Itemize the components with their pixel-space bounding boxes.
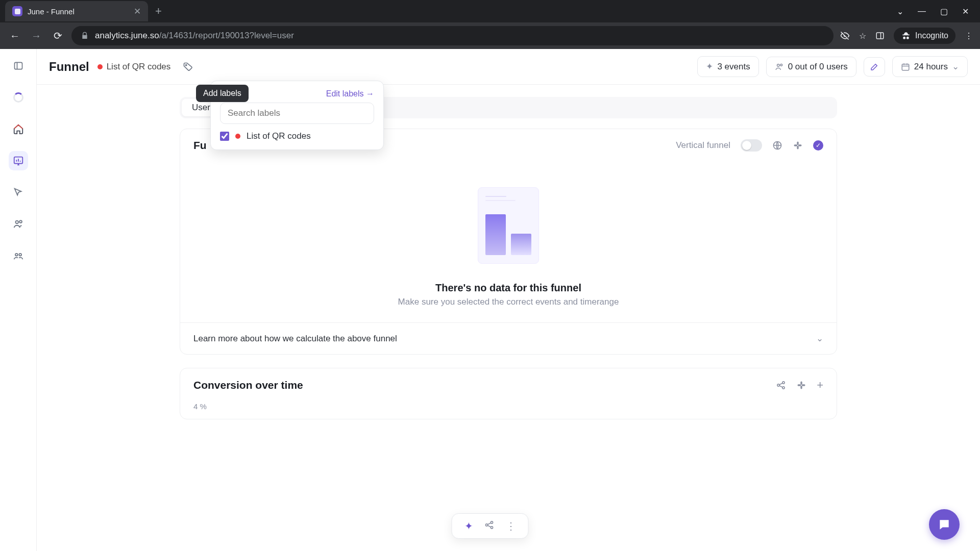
tab-close-icon[interactable]: ✕ — [134, 6, 141, 17]
svg-rect-24 — [797, 142, 798, 145]
new-tab-button[interactable]: + — [155, 5, 162, 18]
funnel-empty-state: There's no data for this funnel Make sur… — [180, 162, 837, 322]
svg-point-16 — [777, 64, 779, 66]
label-option-text: List of QR codes — [247, 131, 311, 141]
svg-point-13 — [15, 254, 18, 256]
applied-label-text: List of QR codes — [107, 62, 171, 72]
ai-sparkle-icon[interactable]: ✦ — [464, 520, 473, 532]
nav-reports-icon[interactable] — [9, 151, 28, 170]
bookmark-star-icon[interactable]: ☆ — [859, 31, 866, 41]
floating-action-bar: ✦ ⋮ — [452, 513, 529, 539]
loading-spinner-icon — [9, 88, 28, 107]
conversion-pct-label: 4 % — [180, 402, 837, 419]
nav-home-icon[interactable] — [9, 119, 28, 139]
vertical-funnel-toggle[interactable] — [741, 139, 762, 152]
applied-label-chip[interactable]: List of QR codes — [97, 62, 171, 72]
nav-events-icon[interactable] — [9, 183, 28, 202]
svg-rect-35 — [798, 384, 801, 386]
edit-report-button[interactable] — [864, 57, 885, 77]
svg-line-41 — [487, 525, 491, 527]
profile-label: Incognito — [915, 31, 948, 40]
more-menu-icon[interactable]: ⋮ — [506, 520, 516, 532]
browser-menu-icon[interactable]: ⋮ — [965, 31, 973, 41]
users-icon — [775, 62, 784, 71]
add-labels-tooltip: Add labels — [196, 85, 249, 102]
window-controls: ⌄ — ▢ ✕ — [897, 7, 980, 16]
add-labels-button[interactable] — [179, 58, 197, 76]
svg-rect-36 — [802, 384, 805, 386]
calendar-icon — [901, 62, 910, 71]
browser-tab[interactable]: June - Funnel ✕ — [5, 1, 148, 21]
browser-tab-bar: June - Funnel ✕ + ⌄ — ▢ ✕ — [0, 0, 980, 22]
side-panel-icon[interactable] — [875, 31, 885, 40]
slack-icon[interactable] — [796, 380, 806, 390]
labels-search-input[interactable] — [220, 103, 374, 124]
window-close-icon[interactable]: ✕ — [962, 7, 969, 16]
svg-line-31 — [779, 383, 783, 385]
funnel-panel-title: Fu — [193, 139, 207, 152]
nav-users-icon[interactable] — [9, 214, 28, 234]
report-topbar: Funnel List of QR codes ✦ 3 events 0 out… — [37, 49, 980, 85]
nav-back-icon[interactable]: ← — [7, 30, 22, 42]
tab-favicon-icon — [12, 6, 22, 16]
empty-illustration-icon — [478, 187, 539, 264]
label-checkbox[interactable] — [220, 132, 229, 141]
svg-rect-33 — [800, 382, 802, 385]
intercom-launcher[interactable] — [929, 509, 960, 540]
events-pill[interactable]: ✦ 3 events — [697, 56, 758, 77]
events-count: 3 events — [717, 62, 750, 72]
sparkle-icon: ✦ — [706, 61, 713, 72]
chevron-down-icon: ⌄ — [952, 61, 959, 72]
empty-title: There's no data for this funnel — [435, 282, 581, 294]
svg-point-17 — [780, 64, 782, 66]
nav-forward-icon[interactable]: → — [29, 30, 44, 42]
empty-subtitle: Make sure you selected the correct event… — [398, 297, 619, 307]
svg-point-11 — [15, 221, 18, 224]
users-pill[interactable]: 0 out of 0 users — [766, 57, 856, 77]
tab-title: June - Funnel — [28, 7, 129, 16]
conversion-panel-title: Conversion over time — [193, 379, 303, 391]
lock-icon — [81, 32, 89, 40]
svg-rect-0 — [15, 9, 20, 14]
conversion-panel: Conversion over time + 4 % — [180, 368, 837, 419]
eye-off-icon[interactable] — [840, 31, 850, 41]
svg-line-40 — [487, 523, 491, 524]
learn-more-text: Learn more about how we calculate the ab… — [193, 334, 397, 344]
globe-icon[interactable] — [772, 140, 782, 151]
share-icon[interactable] — [776, 380, 786, 390]
collapse-sidebar-icon[interactable] — [9, 56, 28, 76]
nav-companies-icon[interactable] — [9, 246, 28, 265]
svg-rect-25 — [797, 146, 798, 149]
address-bar: ← → ⟳ analytics.june.so/a/14631/report/1… — [0, 22, 980, 49]
svg-point-15 — [186, 64, 187, 65]
funnel-panel: Fu Vertical funnel ✓ — [180, 129, 837, 355]
add-icon[interactable]: + — [817, 379, 823, 392]
vertical-funnel-label: Vertical funnel — [676, 140, 730, 151]
learn-more-row[interactable]: Learn more about how we calculate the ab… — [180, 322, 837, 354]
time-range-pill[interactable]: 24 hours ⌄ — [892, 56, 968, 77]
svg-rect-3 — [14, 62, 22, 69]
svg-line-32 — [779, 386, 783, 387]
svg-point-12 — [19, 220, 22, 223]
url-text: analytics.june.so/a/14631/report/190013?… — [95, 31, 294, 41]
time-range-value: 24 hours — [914, 62, 948, 72]
users-count: 0 out of 0 users — [788, 62, 848, 72]
label-option-row[interactable]: List of QR codes — [220, 131, 374, 141]
svg-rect-27 — [798, 144, 802, 146]
app-sidebar — [0, 49, 37, 551]
window-minimize-icon[interactable]: — — [918, 7, 926, 16]
svg-rect-18 — [902, 64, 909, 70]
url-box[interactable]: analytics.june.so/a/14631/report/190013?… — [71, 26, 834, 45]
chevron-down-icon: ⌄ — [816, 333, 823, 344]
status-check-icon[interactable]: ✓ — [813, 140, 823, 151]
share-icon[interactable] — [484, 520, 495, 532]
report-type-title: Funnel — [49, 60, 89, 74]
profile-pill[interactable]: Incognito — [894, 28, 955, 44]
label-color-dot-icon — [235, 134, 240, 139]
nav-reload-icon[interactable]: ⟳ — [50, 30, 65, 42]
window-maximize-icon[interactable]: ▢ — [940, 7, 948, 16]
slack-icon[interactable] — [793, 140, 803, 151]
svg-rect-34 — [800, 386, 802, 389]
svg-rect-1 — [876, 33, 884, 39]
tabs-dropdown-icon[interactable]: ⌄ — [897, 7, 903, 16]
